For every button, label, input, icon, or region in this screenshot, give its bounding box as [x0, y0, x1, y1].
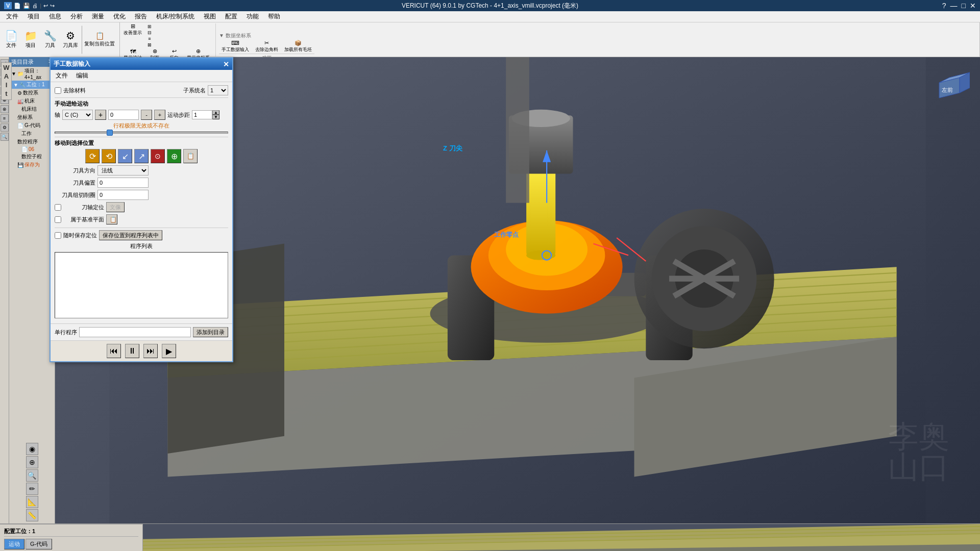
spinner-down[interactable]: ▼	[212, 115, 219, 119]
menu-function[interactable]: 功能	[242, 11, 263, 22]
slider-thumb[interactable]	[107, 130, 113, 136]
subsystem-select[interactable]: 1	[208, 85, 228, 95]
pos-icon-2[interactable]: ⟲	[102, 149, 116, 163]
toolbar-file-btn[interactable]: 📄 文件	[2, 26, 20, 54]
tree-cnc-icon: ⚙	[17, 90, 22, 96]
tree-item-sub[interactable]: 数控子程	[9, 153, 55, 161]
pos-icon-1[interactable]: ⟳	[85, 149, 100, 163]
axis-locate-checkbox[interactable]	[55, 204, 61, 211]
minus-btn[interactable]: -	[141, 110, 152, 120]
axis-select[interactable]: C (C)	[62, 110, 93, 120]
dialog-menu-file[interactable]: 文件	[54, 71, 70, 81]
step-forward-btn[interactable]: ⏭	[143, 344, 158, 358]
program-list[interactable]	[55, 252, 228, 318]
pos-icon-7[interactable]: 📋	[183, 149, 198, 163]
rewind-btn[interactable]: ⏮	[107, 344, 121, 358]
maximize-btn[interactable]: □	[962, 2, 966, 10]
sidebar-icon-7[interactable]: ≡	[1, 114, 9, 122]
tool-icon-2[interactable]: ⊕	[26, 456, 38, 468]
auto-save-checkbox[interactable]	[55, 232, 61, 239]
orientation-cube[interactable]: 左前	[929, 67, 970, 108]
close-btn[interactable]: ✕	[970, 2, 976, 10]
tab-gcode[interactable]: G-代码	[26, 539, 52, 549]
pos-icon-3[interactable]: ↙	[118, 149, 132, 163]
tree-item-root[interactable]: ▼ 📁 项目：4+1_ax	[9, 67, 55, 81]
menu-help[interactable]: 帮助	[264, 11, 284, 22]
menu-project[interactable]: 项目	[23, 11, 44, 22]
minimize-btn[interactable]: —	[950, 2, 958, 10]
toolbar-copy-pos-btn[interactable]: 📋 复制当前位置	[82, 26, 117, 54]
menu-view[interactable]: 视图	[200, 11, 220, 22]
menu-report[interactable]: 报告	[131, 11, 151, 22]
plus-btn[interactable]: +	[95, 110, 106, 120]
base-plane-checkbox[interactable]	[55, 216, 61, 223]
toolbar-icon-undo[interactable]: ↩	[43, 3, 48, 9]
grid-btn2[interactable]: ⊟	[145, 30, 154, 35]
manual-input-btn[interactable]: ⌨ 手工数据输入	[219, 40, 252, 53]
tree-item-machine[interactable]: 🏭 机床	[9, 97, 55, 105]
move-dist-input[interactable]	[192, 110, 212, 119]
toolbar-tools-btn[interactable]: 🔧 刀具	[41, 26, 59, 54]
toolbar-icon-redo[interactable]: ↪	[50, 3, 55, 9]
grid-btn1[interactable]: ⊞	[145, 23, 154, 29]
axis-value-input[interactable]	[108, 110, 139, 120]
remove-corner-btn[interactable]: ✂ 去除边角料	[253, 40, 281, 53]
menu-file[interactable]: 文件	[2, 11, 22, 22]
pos-icon-5[interactable]: ⊙	[151, 149, 165, 163]
load-all-btn[interactable]: 📦 加载所有毛坯	[282, 40, 314, 53]
toolbar-toollib-btn[interactable]: ⚙ 刀具库	[60, 26, 81, 54]
menu-config[interactable]: 配置	[221, 11, 241, 22]
pos-icon-6[interactable]: ⊕	[167, 149, 181, 163]
tree-item-cnc[interactable]: ⚙ 数控系	[9, 89, 55, 97]
base-plane-btn[interactable]: 📋	[106, 214, 117, 224]
toolbar-project-btn[interactable]: 📁 项目	[21, 26, 40, 54]
tree-item-program[interactable]: 数控程序	[9, 138, 55, 146]
help-icon[interactable]: ?	[942, 2, 946, 10]
tool-direction-select[interactable]: 法线	[97, 165, 149, 176]
tab-motion[interactable]: 运动	[4, 539, 24, 549]
play-btn[interactable]: ▶	[162, 344, 176, 358]
tool-icon-5[interactable]: 📐	[26, 496, 38, 508]
grid-btn4[interactable]: ⊠	[145, 42, 154, 47]
menu-analysis[interactable]: 分析	[66, 11, 87, 22]
menu-measure[interactable]: 测量	[88, 11, 108, 22]
plus2-btn[interactable]: +	[154, 110, 165, 120]
tree-item-work[interactable]: 工作	[9, 130, 55, 138]
add-to-catalog-btn[interactable]: 添加到目录	[193, 327, 228, 337]
spinner-up[interactable]: ▲	[212, 110, 219, 115]
pause-btn[interactable]: ⏸	[125, 344, 139, 358]
dialog-close-btn[interactable]: ✕	[223, 60, 229, 68]
pos-icon-4[interactable]: ↗	[134, 149, 149, 163]
tree-item-machine-struct[interactable]: 机床结	[9, 105, 55, 113]
toolbar-icon-small[interactable]: 📄	[14, 3, 21, 9]
dialog-content: 去除材料 子系统名 1 手动进给运动 轴 C (C) +	[51, 82, 232, 323]
menu-info[interactable]: 信息	[45, 11, 65, 22]
grid-btn3[interactable]: ≡	[145, 36, 154, 41]
remove-material-checkbox[interactable]	[55, 87, 61, 94]
improve-display-btn[interactable]: ⊞ 改善显示	[121, 23, 144, 36]
tree-item-06[interactable]: 📄 06	[9, 146, 55, 153]
tree-item-save[interactable]: 💾 保存为	[9, 161, 55, 169]
menu-optimize[interactable]: 优化	[109, 11, 130, 22]
sidebar-icon-6[interactable]: ⊗	[1, 105, 9, 113]
tree-item-gcode[interactable]: 📄 G-代码	[9, 121, 55, 130]
slider-track[interactable]	[55, 132, 228, 134]
tool-initial-cut-input[interactable]	[97, 190, 149, 200]
dialog-menu-edit[interactable]: 编辑	[74, 71, 90, 81]
toolbar-icon-small2[interactable]: 💾	[23, 3, 30, 9]
tool-icon-1[interactable]: ◉	[26, 443, 38, 455]
single-program-input[interactable]	[79, 327, 191, 337]
sidebar-icon-8[interactable]: ⚙	[1, 123, 9, 132]
tool-icon-3[interactable]: 🔍	[26, 469, 38, 482]
axis-locate-btn[interactable]: 文像	[106, 202, 125, 212]
tool-offset-input[interactable]	[97, 178, 149, 188]
sidebar-icon-9[interactable]: 🔍	[1, 133, 9, 141]
tree-item-coord[interactable]: 坐标系	[9, 113, 55, 121]
tool-icon-6[interactable]: 📏	[26, 509, 38, 521]
tool-icon-4[interactable]: ✏	[26, 483, 38, 495]
tree-machine-label: 机床	[24, 97, 35, 105]
menu-machine[interactable]: 机床/控制系统	[152, 11, 199, 22]
tree-item-workstation[interactable]: ▼ 🔧 工位：1	[9, 81, 55, 89]
toolbar-icon-small3[interactable]: 🖨	[32, 3, 38, 9]
save-to-list-btn[interactable]: 保存位置到程序列表中	[99, 230, 162, 240]
